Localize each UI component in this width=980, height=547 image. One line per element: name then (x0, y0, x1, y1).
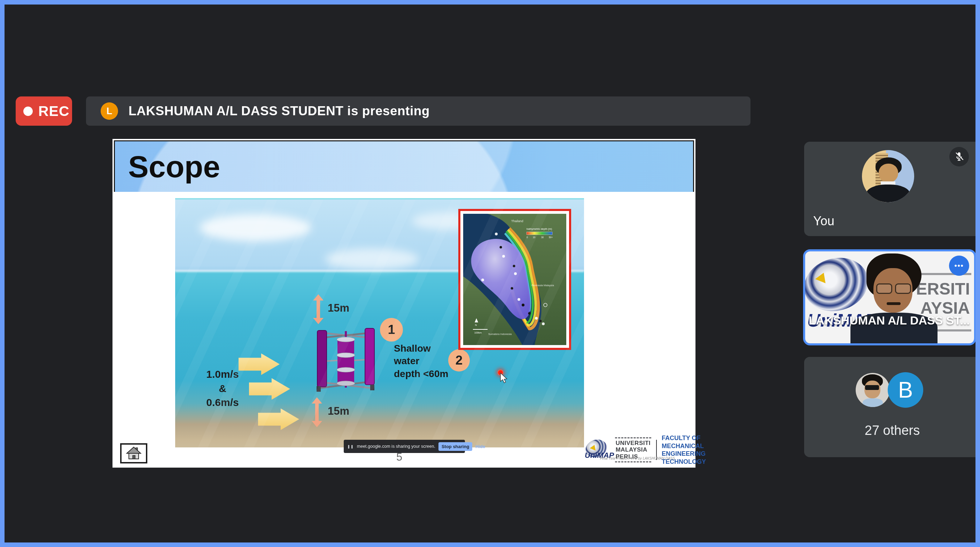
turbine-graphic (314, 323, 378, 394)
avatar-face (879, 164, 898, 183)
map-scale-label: 100km (474, 331, 482, 334)
presenter-avatar: L (101, 102, 118, 120)
avatar-shirt (863, 398, 883, 407)
shallow-water-line: Shallow water (394, 342, 453, 368)
presenting-banner: L LAKSHUMAN A/L DASS STUDENT is presenti… (86, 97, 751, 126)
presentation-slide: Scope 1.0m/s & 0.6m/s 15m 15m (113, 139, 695, 467)
video-background-text: ERSITI AYSIA (916, 279, 970, 318)
cloud-graphic (325, 248, 419, 270)
mouse-cursor-icon (500, 373, 508, 383)
home-icon (126, 446, 142, 460)
others-avatar-photo (856, 373, 890, 407)
stop-sharing-button[interactable]: Stop sharing (439, 442, 472, 451)
flow-speed-line: 1.0m/s (203, 367, 242, 382)
university-name-line: UNIVERSITI (616, 440, 651, 447)
slide-illustration: 1.0m/s & 0.6m/s 15m 15m (175, 198, 584, 447)
others-count-label: 27 others (804, 423, 980, 438)
bathymetry-map: bathymetric depth (m) 0 10 30 50+ Thaila… (458, 209, 571, 350)
pause-icon: ❚❚ (347, 445, 354, 448)
university-logo-block: UniMAP UNIVERSITI MALAYSIA PERLIS FACULT… (585, 434, 720, 466)
map-legend-tick: 50+ (549, 236, 553, 239)
more-options-button[interactable]: ••• (949, 256, 969, 276)
map-legend-title: bathymetric depth (m) (527, 227, 552, 231)
presenter-name-overlay: LAKSHUMAN A/L DASS ST... (809, 314, 971, 327)
flow-speed-line: & (203, 382, 242, 396)
sunglasses-graphic (865, 385, 879, 390)
flow-speed-line: 0.6m/s (203, 396, 242, 410)
map-legend-tick: 0 (527, 236, 528, 239)
flow-arrow-icon (239, 353, 280, 375)
faculty-name: FACULTY OF MECHANICAL ENGINEERING TECHNO… (662, 434, 720, 466)
presenting-text: LAKSHUMAN A/L DASS STUDENT is presenting (129, 104, 430, 118)
you-avatar (862, 150, 914, 202)
recording-indicator: REC (16, 97, 72, 126)
participant-tile-others[interactable]: B 27 others (804, 357, 980, 457)
presenter-mustache (887, 302, 900, 305)
home-button[interactable] (120, 443, 147, 463)
depth-arrow-icon (313, 294, 323, 324)
shallow-water-note: Shallow water depth <60m (394, 342, 453, 380)
you-label: You (813, 214, 834, 228)
depth-arrow-icon (312, 397, 322, 427)
avatar-suit (866, 184, 910, 202)
participant-tile-you[interactable]: You (804, 142, 980, 236)
faculty-name-line: FACULTY OF MECHANICAL (662, 434, 720, 450)
slide-header: Scope (114, 140, 694, 192)
shallow-water-line: depth <60m (394, 368, 453, 380)
university-name-line: MALAYSIA (616, 446, 651, 453)
share-message: meet.google.com is sharing your screen. (357, 444, 435, 449)
unimap-swirl-large-icon (803, 250, 875, 318)
depth-label-bottom: 15m (328, 405, 349, 417)
map-legend-tick: 30 (541, 236, 544, 239)
mic-muted-indicator (949, 147, 969, 167)
rec-dot-icon (23, 107, 33, 116)
map-label-indonesia: Sumatera Indonesia (488, 332, 512, 336)
marker-1-badge: 1 (380, 318, 403, 342)
map-label-thailand: Thailand (511, 219, 523, 223)
marker-2-badge: 2 (448, 349, 470, 372)
depth-label-top: 15m (328, 302, 349, 315)
map-legend-tick: 10 (533, 236, 536, 239)
map-label-malaysia: Peninsula Malaysia (531, 284, 554, 287)
flow-arrow-icon (258, 409, 299, 430)
flow-arrow-icon (249, 378, 290, 400)
slide-fineprint: Final Year Project FYP2 by LAKSHUMAN DAS… (600, 456, 675, 460)
mic-off-icon (954, 151, 964, 162)
meeting-window: REC L LAKSHUMAN A/L DASS STUDENT is pres… (0, 0, 980, 547)
bathymetry-map-graphic: bathymetric depth (m) 0 10 30 50+ Thaila… (463, 214, 566, 345)
slide-title: Scope (128, 149, 220, 184)
screen-share-toast: ❚❚ meet.google.com is sharing your scree… (344, 440, 465, 453)
hide-button[interactable]: Hide (476, 444, 485, 449)
video-background-line: ERSITI (916, 279, 970, 298)
participant-tile-lakshuman[interactable]: ERSITI AYSIA UniMAP ••• LAKSHUMAN A/L DA… (803, 249, 976, 345)
cloud-graphic (200, 214, 311, 241)
map-north-label: N (475, 324, 477, 326)
flow-speed-label: 1.0m/s & 0.6m/s (203, 367, 242, 410)
others-avatar-b: B (888, 372, 923, 408)
presenter-glasses (876, 283, 911, 294)
rec-label: REC (38, 103, 70, 119)
